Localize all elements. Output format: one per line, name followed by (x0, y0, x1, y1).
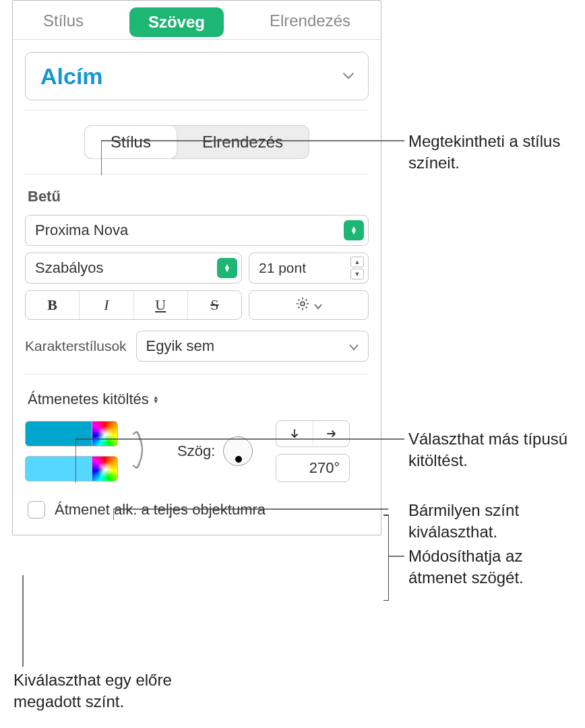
callout-preset-color: Kiválaszthat egy előre megadott színt. (13, 669, 229, 712)
callout-other-fill: Választhat más típusú kitöltést. (408, 428, 577, 471)
underline-button[interactable]: U (134, 291, 188, 319)
tab-layout[interactable]: Elrendezés (255, 7, 365, 37)
italic-button[interactable]: I (80, 291, 133, 319)
paragraph-style-label: Alcím (40, 63, 103, 90)
apply-whole-checkbox[interactable] (28, 501, 45, 519)
strike-button[interactable]: S (188, 291, 241, 319)
popup-caret-icon: ▲▼ (344, 220, 364, 240)
stepper-down[interactable]: ▼ (350, 269, 364, 279)
char-styles-popup[interactable]: Egyik sem (136, 331, 369, 362)
font-section: Betű Proxima Nova ▲▼ Szabályos ▲▼ 21 pon… (13, 174, 381, 374)
stepper-up[interactable]: ▲ (350, 257, 364, 267)
chevron-down-icon (349, 337, 359, 355)
top-tabs: Stílus Szöveg Elrendezés (13, 1, 381, 40)
callout-leader (75, 437, 404, 486)
char-styles-value: Egyik sem (146, 337, 214, 355)
bold-button[interactable]: B (26, 291, 80, 319)
paragraph-style-popup[interactable]: Alcím (25, 52, 369, 100)
font-size-stepper: ▲ ▼ (350, 257, 364, 279)
double-caret-icon: ▲▼ (153, 395, 159, 403)
callout-change-angle: Módosíthatja az átmenet szögét. (408, 545, 577, 588)
svg-point-0 (301, 302, 305, 306)
fill-type-value: Átmenetes kitöltés (28, 391, 149, 408)
tab-text[interactable]: Szöveg (129, 7, 224, 37)
chevron-down-icon (314, 297, 322, 313)
callout-view-colors: Megtekintheti a stílus színeit. (408, 131, 577, 173)
svg-line-5 (298, 299, 299, 300)
font-weight-popup[interactable]: Szabályos ▲▼ (25, 253, 242, 284)
font-family-value: Proxima Nova (35, 222, 128, 239)
callout-leader (19, 575, 27, 667)
popup-caret-icon: ▲▼ (217, 258, 237, 278)
font-size-value: 21 pont (259, 260, 306, 276)
callout-leader (113, 493, 404, 523)
fill-type-popup[interactable]: Átmenetes kitöltés ▲▼ (28, 391, 159, 408)
callout-leader (388, 554, 404, 559)
chevron-down-icon (342, 72, 355, 80)
text-style-group: B I U S (25, 290, 242, 320)
callout-leader (101, 139, 404, 179)
char-styles-label: Karakterstílusok (25, 338, 127, 354)
font-family-popup[interactable]: Proxima Nova ▲▼ (25, 215, 369, 246)
tab-style[interactable]: Stílus (28, 7, 98, 37)
callout-any-color: Bármilyen színt kiválaszthat. (408, 500, 577, 542)
gear-icon (295, 296, 310, 315)
advanced-options-button[interactable] (249, 290, 369, 320)
svg-line-8 (306, 299, 307, 300)
font-size-field[interactable]: 21 pont ▲ ▼ (249, 253, 369, 284)
font-section-title: Betű (28, 188, 369, 205)
svg-line-7 (298, 306, 299, 308)
font-weight-value: Szabályos (35, 259, 104, 277)
svg-line-6 (306, 306, 307, 308)
